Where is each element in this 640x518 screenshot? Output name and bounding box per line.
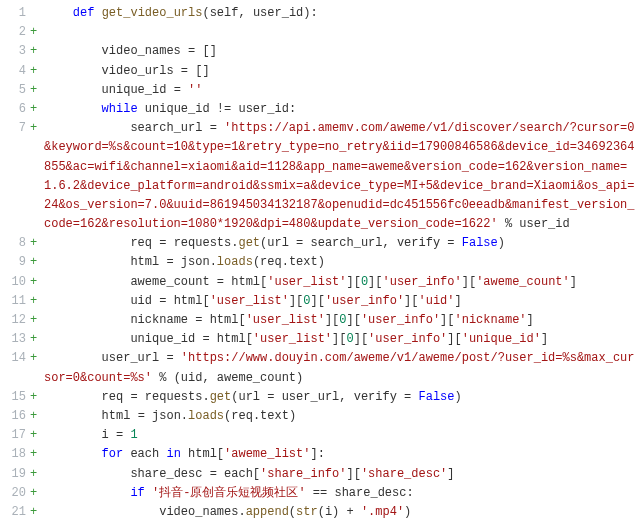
code-content: for each in html['aweme_list']: xyxy=(44,445,640,464)
diff-marker: + xyxy=(30,445,44,464)
code-content: req = requests.get(url = user_url, verif… xyxy=(44,388,640,407)
line-number: 12 xyxy=(0,311,30,330)
code-content: share_desc = each['share_info']['share_d… xyxy=(44,465,640,484)
code-block: 1 def get_video_urls(self, user_id):2+3+… xyxy=(0,4,640,518)
code-line: 8+ req = requests.get(url = search_url, … xyxy=(0,234,640,253)
code-line: 20+ if '抖音-原创音乐短视频社区' == share_desc: xyxy=(0,484,640,503)
diff-marker: + xyxy=(30,465,44,484)
code-line: 12+ nickname = html['user_list'][0]['use… xyxy=(0,311,640,330)
code-line: 11+ uid = html['user_list'][0]['user_inf… xyxy=(0,292,640,311)
code-content: user_url = 'https://www.douyin.com/aweme… xyxy=(44,349,640,387)
line-number: 15 xyxy=(0,388,30,407)
code-content: nickname = html['user_list'][0]['user_in… xyxy=(44,311,640,330)
code-line: 14+ user_url = 'https://www.douyin.com/a… xyxy=(0,349,640,387)
line-number: 18 xyxy=(0,445,30,464)
code-line: 3+ video_names = [] xyxy=(0,42,640,61)
line-number: 7 xyxy=(0,119,30,138)
code-content: aweme_count = html['user_list'][0]['user… xyxy=(44,273,640,292)
line-number: 17 xyxy=(0,426,30,445)
line-number: 11 xyxy=(0,292,30,311)
code-line: 16+ html = json.loads(req.text) xyxy=(0,407,640,426)
code-content: video_urls = [] xyxy=(44,62,640,81)
code-line: 17+ i = 1 xyxy=(0,426,640,445)
code-line: 2+ xyxy=(0,23,640,42)
line-number: 20 xyxy=(0,484,30,503)
code-content: video_names = [] xyxy=(44,42,640,61)
line-number: 16 xyxy=(0,407,30,426)
code-line: 6+ while unique_id != user_id: xyxy=(0,100,640,119)
code-content: search_url = 'https://api.amemv.com/awem… xyxy=(44,119,640,234)
code-line: 9+ html = json.loads(req.text) xyxy=(0,253,640,272)
diff-marker: + xyxy=(30,349,44,368)
code-content: unique_id = html['user_list'][0]['user_i… xyxy=(44,330,640,349)
code-content: if '抖音-原创音乐短视频社区' == share_desc: xyxy=(44,484,640,503)
diff-marker: + xyxy=(30,484,44,503)
diff-marker: + xyxy=(30,407,44,426)
line-number: 6 xyxy=(0,100,30,119)
code-line: 10+ aweme_count = html['user_list'][0]['… xyxy=(0,273,640,292)
code-content: def get_video_urls(self, user_id): xyxy=(44,4,640,23)
line-number: 19 xyxy=(0,465,30,484)
diff-marker: + xyxy=(30,62,44,81)
diff-marker: + xyxy=(30,503,44,518)
line-number: 14 xyxy=(0,349,30,368)
code-line: 1 def get_video_urls(self, user_id): xyxy=(0,4,640,23)
diff-marker: + xyxy=(30,292,44,311)
code-content: i = 1 xyxy=(44,426,640,445)
line-number: 21 xyxy=(0,503,30,518)
line-number: 13 xyxy=(0,330,30,349)
line-number: 1 xyxy=(0,4,30,23)
diff-marker: + xyxy=(30,100,44,119)
code-content: while unique_id != user_id: xyxy=(44,100,640,119)
diff-marker: + xyxy=(30,81,44,100)
line-number: 9 xyxy=(0,253,30,272)
line-number: 10 xyxy=(0,273,30,292)
code-line: 21+ video_names.append(str(i) + '.mp4') xyxy=(0,503,640,518)
line-number: 3 xyxy=(0,42,30,61)
line-number: 4 xyxy=(0,62,30,81)
code-line: 19+ share_desc = each['share_info']['sha… xyxy=(0,465,640,484)
diff-marker: + xyxy=(30,330,44,349)
code-line: 15+ req = requests.get(url = user_url, v… xyxy=(0,388,640,407)
code-line: 13+ unique_id = html['user_list'][0]['us… xyxy=(0,330,640,349)
code-line: 7+ search_url = 'https://api.amemv.com/a… xyxy=(0,119,640,234)
code-line: 18+ for each in html['aweme_list']: xyxy=(0,445,640,464)
diff-marker: + xyxy=(30,426,44,445)
code-content: req = requests.get(url = search_url, ver… xyxy=(44,234,640,253)
diff-marker: + xyxy=(30,234,44,253)
diff-marker: + xyxy=(30,253,44,272)
code-line: 4+ video_urls = [] xyxy=(0,62,640,81)
line-number: 5 xyxy=(0,81,30,100)
line-number: 8 xyxy=(0,234,30,253)
line-number: 2 xyxy=(0,23,30,42)
diff-marker: + xyxy=(30,388,44,407)
diff-marker: + xyxy=(30,273,44,292)
diff-marker: + xyxy=(30,42,44,61)
code-content: html = json.loads(req.text) xyxy=(44,253,640,272)
diff-marker: + xyxy=(30,23,44,42)
code-content: video_names.append(str(i) + '.mp4') xyxy=(44,503,640,518)
code-content: unique_id = '' xyxy=(44,81,640,100)
diff-marker: + xyxy=(30,311,44,330)
diff-marker: + xyxy=(30,119,44,138)
code-content: html = json.loads(req.text) xyxy=(44,407,640,426)
code-content: uid = html['user_list'][0]['user_info'][… xyxy=(44,292,640,311)
code-line: 5+ unique_id = '' xyxy=(0,81,640,100)
